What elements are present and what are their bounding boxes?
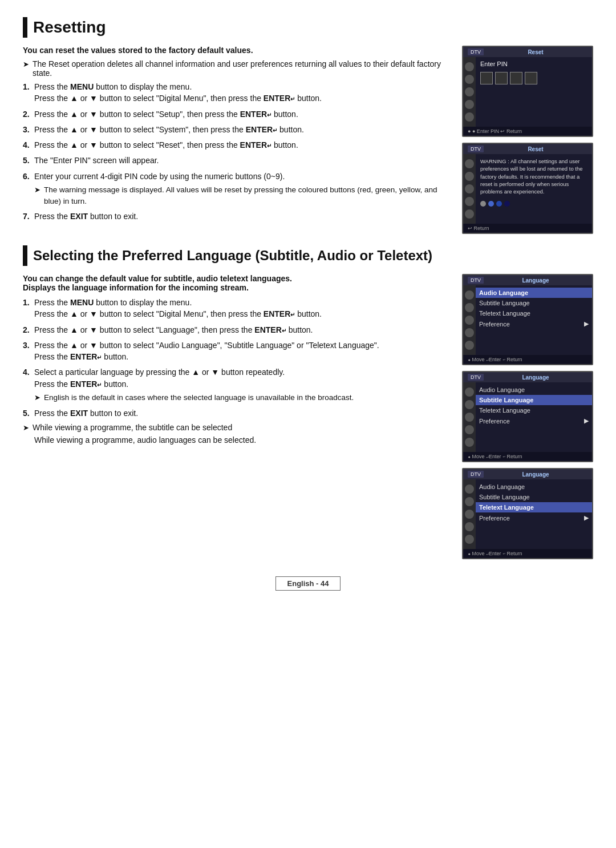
lang-item-audio1[interactable]: Audio Language xyxy=(476,288,592,298)
pin-boxes xyxy=(480,72,587,84)
dtv-header-lang1: DTV Language xyxy=(463,275,592,285)
lang-item-audio2[interactable]: Audio Language xyxy=(476,385,592,395)
s2-step5-num: 5. xyxy=(23,407,31,419)
step4-num: 4. xyxy=(23,139,31,151)
step3-num: 3. xyxy=(23,124,31,135)
lang-item-teletext2[interactable]: Teletext Language xyxy=(476,405,592,415)
dtv-screen-lang3: DTV Language Audio Language Subtitle La xyxy=(462,468,593,559)
dtv-screen-lang2: DTV Language Audio Language Subtitle La xyxy=(462,371,593,462)
s2-step2-content: Press the ▲ or ▼ button to select "Langu… xyxy=(34,324,451,336)
sidebar2-icon5 xyxy=(465,209,474,219)
dtv-sidebar-lang3 xyxy=(463,479,476,549)
lang-item-subtitle3[interactable]: Subtitle Language xyxy=(476,492,592,502)
lang-item-teletext3[interactable]: Teletext Language xyxy=(476,502,592,512)
section2-intro1: You can change the default value for sub… xyxy=(23,274,451,292)
lang-item-subtitle1[interactable]: Subtitle Language xyxy=(476,298,592,308)
section2-screens: DTV Language Audio Language Subtitle La xyxy=(462,274,593,559)
lang3-sidebar-icon2 xyxy=(465,497,474,506)
step5-num: 5. xyxy=(23,155,31,166)
section1-screens: DTV Reset Enter PIN xyxy=(462,46,593,234)
sidebar-icon1 xyxy=(465,62,474,71)
section2-intro1-text: You can change the default value for sub… xyxy=(23,274,292,283)
step1: 1. Press the MENU button to display the … xyxy=(23,81,451,104)
section1-title: Resetting xyxy=(33,18,106,37)
step4-content: Press the ▲ or ▼ button to select "Reset… xyxy=(34,139,451,151)
pin-box1 xyxy=(480,72,493,84)
step7-content: Press the EXIT button to exit. xyxy=(34,211,451,222)
dot-blue2 xyxy=(496,201,502,207)
lang1-sidebar-icon2 xyxy=(465,303,474,312)
lang3-sidebar-icon1 xyxy=(465,484,474,494)
step3-content: Press the ▲ or ▼ button to select "Syste… xyxy=(34,124,451,135)
step7: 7. Press the EXIT button to exit. xyxy=(23,211,451,222)
dtv-body-wrap1: Enter PIN xyxy=(463,57,592,127)
section1-steps: 1. Press the MENU button to display the … xyxy=(23,81,451,223)
step1-num: 1. xyxy=(23,81,31,92)
dtv-footer-lang3: ⬥ Move ↵Enter ↩ Return xyxy=(463,549,592,558)
pref-label1: Preference xyxy=(479,321,510,328)
dtv-title-reset1: Reset xyxy=(528,49,543,55)
section1-arrow1: ➤ The Reset operation deletes all channe… xyxy=(23,59,451,78)
lang3-sidebar-icon3 xyxy=(465,510,474,519)
dot-blue1 xyxy=(488,201,494,207)
lang3-sidebar-icon5 xyxy=(465,535,474,544)
dtv-body-wrap-lang2: Audio Language Subtitle Language Teletex… xyxy=(463,382,592,452)
s2-step3-num: 3. xyxy=(23,340,31,351)
step6-content: Enter your current 4-digit PIN code by u… xyxy=(34,171,451,207)
dtv-lang-menu3: Audio Language Subtitle Language Teletex… xyxy=(476,479,592,549)
enter-pin-label: Enter PIN xyxy=(480,60,587,67)
dtv-lang-menu2: Audio Language Subtitle Language Teletex… xyxy=(476,382,592,452)
lang1-sidebar-icon5 xyxy=(465,341,474,350)
warning-text: WARNING : All channel settings and user … xyxy=(480,158,587,195)
lang-item-teletext1[interactable]: Teletext Language xyxy=(476,308,592,318)
step3: 3. Press the ▲ or ▼ button to select "Sy… xyxy=(23,124,451,135)
pref-arrow1: ▶ xyxy=(584,320,589,328)
lang-item-pref3[interactable]: Preference ▶ xyxy=(476,512,592,523)
s2-step5-content: Press the EXIT button to exit. xyxy=(34,407,451,419)
section2-heading: Selecting the Preferred Language (Subtit… xyxy=(23,245,593,266)
dtv-sidebar1 xyxy=(463,57,476,127)
colored-dots xyxy=(480,201,587,207)
arrow-sym-s2-1: ➤ xyxy=(23,423,29,432)
dtv-sidebar-lang1 xyxy=(463,285,476,355)
section2-text: You can change the default value for sub… xyxy=(23,274,451,559)
s2-arrow2-text: While viewing a programme, audio languag… xyxy=(34,435,256,445)
s2-step4-content: Select a particular language by pressing… xyxy=(34,366,451,403)
s2-arrow1: ➤ While viewing a programme, the subtitl… xyxy=(23,423,451,432)
lang-item-pref1[interactable]: Preference ▶ xyxy=(476,318,592,329)
lang-item-pref2[interactable]: Preference ▶ xyxy=(476,415,592,426)
pref-label2: Preference xyxy=(479,418,510,425)
step7-num: 7. xyxy=(23,211,31,222)
pref-arrow2: ▶ xyxy=(584,417,589,425)
dtv-header-reset2: DTV Reset xyxy=(463,144,592,154)
dtv-title-lang1: Language xyxy=(522,277,549,284)
dtv-screen-reset2: DTV Reset WARNING : All channel settings… xyxy=(462,143,593,234)
footer-label: English - 44 xyxy=(275,576,341,591)
s2-step2-num: 2. xyxy=(23,324,31,336)
step6: 6. Enter your current 4-digit PIN code b… xyxy=(23,171,451,207)
s2-step4-arrow-text: English is the default in cases where th… xyxy=(44,392,354,403)
dtv-body-wrap2: WARNING : All channel settings and user … xyxy=(463,154,592,224)
dtv-title-lang2: Language xyxy=(522,374,549,381)
section2: Selecting the Preferred Language (Subtit… xyxy=(23,245,593,559)
dtv-footer-lang1: ⬥ Move ↵Enter ↩ Return xyxy=(463,355,592,364)
s2-step4-arrow: ➤ English is the default in cases where … xyxy=(34,392,451,403)
lang2-sidebar-icon1 xyxy=(465,387,474,397)
dtv-label-lang3: DTV xyxy=(468,471,484,478)
lang-item-subtitle2[interactable]: Subtitle Language xyxy=(476,395,592,405)
section1-text: You can reset the values stored to the f… xyxy=(23,46,451,234)
pref-label3: Preference xyxy=(479,515,510,522)
sidebar-icon2 xyxy=(465,75,474,84)
lang2-sidebar-icon4 xyxy=(465,425,474,434)
arrow-sym-s2-4: ➤ xyxy=(34,393,40,403)
sidebar-icon3 xyxy=(465,87,474,96)
s2-step5: 5. Press the EXIT button to exit. xyxy=(23,407,451,419)
lang2-sidebar-icon3 xyxy=(465,413,474,422)
dtv-body-wrap-lang3: Audio Language Subtitle Language Teletex… xyxy=(463,479,592,549)
section2-title: Selecting the Preferred Language (Subtit… xyxy=(33,248,432,264)
dtv-label-lang1: DTV xyxy=(468,277,484,284)
dtv-footer-lang3-text: ⬥ Move ↵Enter ↩ Return xyxy=(468,551,522,556)
lang-item-audio3[interactable]: Audio Language xyxy=(476,482,592,492)
pref-arrow3: ▶ xyxy=(584,514,589,522)
sidebar2-icon4 xyxy=(465,197,474,206)
